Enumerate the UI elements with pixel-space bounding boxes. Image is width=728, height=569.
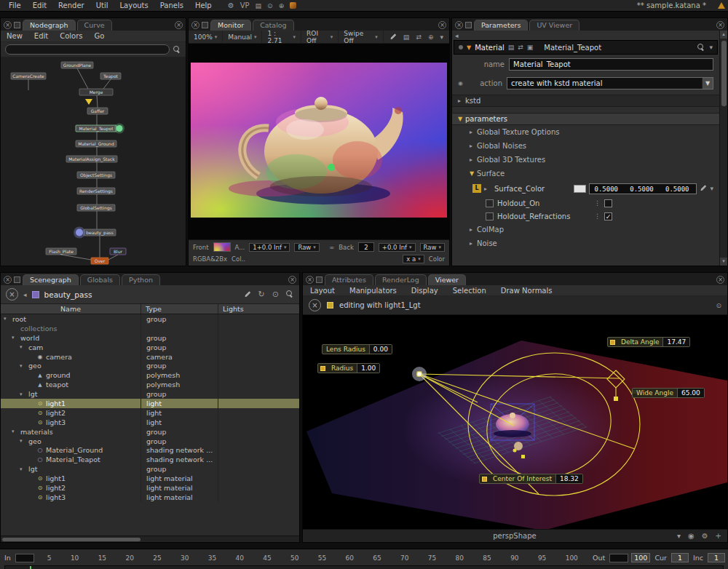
annotate-icon[interactable]: [389, 33, 397, 41]
surface-section-header[interactable]: ▼ Surface: [452, 167, 719, 180]
tab-uv-viewer[interactable]: UV Viewer: [529, 20, 579, 31]
vp-label[interactable]: VP: [240, 1, 250, 9]
collapse-arrow-icon[interactable]: ▸: [470, 226, 477, 233]
ratio-select[interactable]: 1 : 2.71▾: [262, 31, 301, 43]
current-frame-marker[interactable]: [30, 566, 31, 569]
color-swatch[interactable]: [574, 185, 586, 193]
scenegraph-row-Material_Ground[interactable]: ○Material_Groundshading network ...: [1, 445, 299, 455]
node-Blur[interactable]: Blur: [110, 248, 126, 255]
wide-angle-chip[interactable]: Wide Angle 65.00: [632, 388, 705, 398]
node-beauty_pass[interactable]: beauty_pass: [74, 227, 116, 239]
viewer-viewport[interactable]: Lens Radius 0.00 Radius 1.00 Delta Angle…: [303, 315, 727, 529]
snapshot-icon[interactable]: ⊕: [279, 2, 285, 9]
node-Teapot[interactable]: Teapot: [100, 73, 121, 79]
render-icon[interactable]: [290, 2, 296, 9]
scenegraph-row-collections[interactable]: collections: [1, 324, 299, 333]
collapse-arrow-icon[interactable]: ▸: [470, 240, 477, 247]
swipe-select[interactable]: Swipe Off▾: [339, 31, 384, 43]
holdout-on-checkbox[interactable]: [604, 199, 612, 207]
cur-value[interactable]: 1: [671, 553, 689, 562]
front-raw-select[interactable]: Raw▾: [294, 243, 319, 252]
lock-compare-icon[interactable]: ∞: [329, 244, 334, 251]
timeline-tick-45[interactable]: 45: [263, 554, 271, 562]
expand-arrow-icon[interactable]: ▼: [470, 170, 477, 177]
name-input[interactable]: [509, 58, 713, 71]
timeline-tick-55[interactable]: 55: [318, 554, 326, 562]
pixel-probe-icon[interactable]: ⊕: [428, 33, 434, 41]
tab-viewer[interactable]: Viewer: [428, 274, 466, 285]
expander-icon[interactable]: ▾: [20, 438, 26, 444]
colmap-section-header[interactable]: ▸ ColMap: [452, 223, 719, 236]
bypass-dot-icon[interactable]: [459, 45, 463, 49]
inc-value[interactable]: 1: [708, 553, 725, 562]
scenegraph-row-light3[interactable]: ⊙light3light material: [1, 493, 299, 502]
back-raw-select[interactable]: Raw▾: [420, 243, 445, 252]
edit-icon[interactable]: [244, 291, 251, 298]
tab-python[interactable]: Python: [122, 274, 160, 285]
light-color-swatch[interactable]: [327, 302, 333, 309]
scenegraph-row-light2[interactable]: ⊙light2light material: [1, 483, 299, 493]
timeline-tick-80[interactable]: 80: [456, 554, 464, 562]
tab-curve[interactable]: Curve: [77, 20, 112, 31]
param-group-global-texture-options[interactable]: ▸Global Texture Options: [452, 125, 719, 139]
param-state-badge[interactable]: [486, 212, 494, 220]
drag-handle-icon[interactable]: ⋮: [594, 199, 601, 207]
scenegraph-row-lgt[interactable]: ▾lgtgroup: [1, 464, 299, 474]
mode-select[interactable]: Manual▾: [223, 31, 262, 43]
radius-chip[interactable]: Radius 1.00: [317, 363, 380, 373]
tab-parameters[interactable]: Parameters: [474, 20, 528, 31]
close-icon[interactable]: ×: [288, 276, 296, 284]
timeline-track[interactable]: [4, 565, 724, 569]
chevron-down-icon[interactable]: ▼: [702, 78, 713, 89]
expander-icon[interactable]: ▾: [20, 391, 26, 397]
scenegraph-row-teapot[interactable]: ▲teapotpolymesh: [1, 380, 299, 389]
scenegraph-row-ground[interactable]: ▲groundpolymesh: [1, 370, 299, 380]
expander-icon[interactable]: ▾: [20, 466, 26, 472]
timeline-tick-30[interactable]: 30: [181, 554, 189, 562]
split-icon[interactable]: [202, 22, 208, 28]
expand-arrow-icon[interactable]: ▼: [458, 116, 465, 122]
gear-icon[interactable]: ⚙: [228, 1, 234, 9]
stop-editing-icon[interactable]: ×: [309, 299, 321, 311]
timeline-tick-5[interactable]: 5: [47, 554, 52, 562]
scroll-down-icon[interactable]: ▾: [720, 258, 727, 266]
node-Merge[interactable]: Merge: [79, 89, 113, 95]
action-select[interactable]: create with kstd material ▼: [507, 77, 713, 89]
scenegraph-row-Material_Teapot[interactable]: ○Material_Teapotshading network ...: [1, 455, 299, 464]
timeline-tick-60[interactable]: 60: [346, 554, 354, 562]
menubar-menu-util[interactable]: Util: [90, 1, 114, 9]
tab-renderlog[interactable]: RenderLog: [375, 274, 427, 285]
display-icon[interactable]: ▤: [256, 2, 262, 9]
refresh-icon[interactable]: ↻: [258, 290, 265, 299]
node-GlobalSettings[interactable]: GlobalSettings: [77, 204, 115, 211]
teleport-icon[interactable]: ▣: [527, 44, 534, 51]
parameters-section-header[interactable]: ▼ parameters: [452, 113, 719, 125]
kstd-section-header[interactable]: ▸ kstd: [452, 95, 719, 107]
scenegraph-row-camera[interactable]: ◉cameracamera: [1, 352, 299, 362]
timeline-tick-75[interactable]: 75: [428, 554, 436, 562]
scroll-up-icon[interactable]: ▴: [720, 31, 727, 39]
back-exposure[interactable]: +0.0 Inf▾: [379, 243, 416, 252]
timeline-tick-20[interactable]: 20: [125, 554, 133, 562]
close-icon[interactable]: ×: [716, 276, 724, 284]
scenegraph-row-materials[interactable]: ▾materialsgroup: [1, 427, 299, 437]
scenegraph-row-light3[interactable]: ⊙light3light: [1, 418, 299, 427]
menubar-menu-layouts[interactable]: Layouts: [114, 1, 154, 9]
search-icon[interactable]: [697, 44, 705, 52]
nodegraph-menu-new[interactable]: New: [1, 32, 28, 40]
close-icon[interactable]: ×: [4, 276, 12, 284]
close-icon[interactable]: ×: [716, 21, 724, 29]
search-icon[interactable]: [173, 46, 181, 54]
tab-attributes[interactable]: Attributes: [325, 274, 373, 285]
node-Material_Teapot[interactable]: Material_Teapot: [76, 124, 124, 134]
power-icon[interactable]: ⊙: [267, 2, 273, 9]
center-of-interest-value[interactable]: 18.32: [555, 474, 582, 483]
lens-radius-value[interactable]: 0.00: [369, 345, 392, 354]
scenegraph-row-root[interactable]: ▾rootgroup: [1, 314, 299, 324]
scroll-left-icon[interactable]: ◂: [455, 32, 459, 39]
local-value-badge[interactable]: L: [472, 184, 481, 193]
vertical-scrollbar[interactable]: ▴ ▾: [719, 31, 727, 266]
collapse-arrow-icon[interactable]: ▸: [470, 129, 477, 135]
color-values-field[interactable]: 0.5000 0.5000 0.5000: [589, 183, 697, 194]
scrollbar-thumb[interactable]: [721, 41, 727, 106]
